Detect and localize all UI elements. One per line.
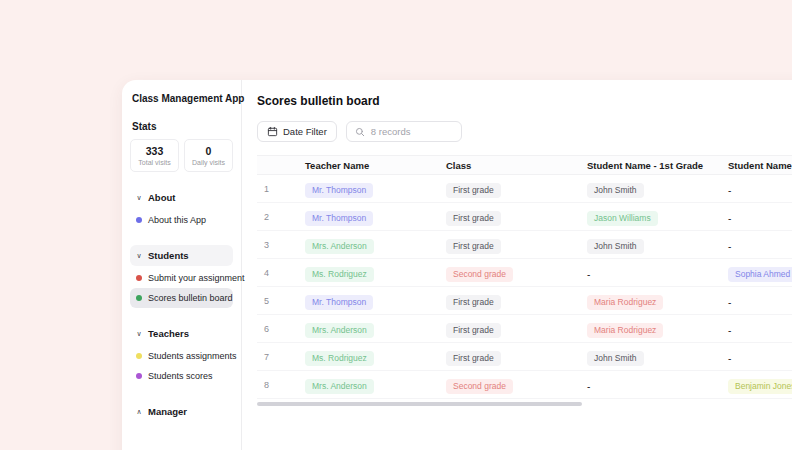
table-row[interactable]: 2Mr. ThompsonFirst gradeJason Williams-	[257, 203, 792, 231]
table-row[interactable]: 6Mrs. AndersonFirst gradeMaria Rodriguez…	[257, 315, 792, 343]
cell-badge: Mrs. Anderson	[305, 379, 374, 394]
main-content: Scores bulletin board Date Filter 8 reco…	[242, 80, 792, 450]
sidebar-item-label: Students scores	[148, 371, 213, 381]
row-number: 5	[257, 296, 305, 306]
table-cell: Mr. Thompson	[305, 179, 446, 198]
row-number: 8	[257, 380, 305, 390]
sidebar-section-teachers: ∨TeachersStudents assignmentsStudents sc…	[130, 323, 233, 386]
cell-badge: Sophia Ahmed	[728, 267, 792, 282]
item-dot-icon	[136, 275, 142, 281]
sidebar-item-label: Submit your assignment	[148, 273, 245, 283]
sidebar-item[interactable]: Students scores	[130, 366, 233, 386]
cell-badge: John Smith	[587, 239, 644, 254]
cell-badge: Mr. Thompson	[305, 211, 373, 226]
stat-value: 0	[187, 145, 230, 157]
sidebar-item[interactable]: Submit your assignment	[130, 268, 233, 288]
column-header: Teacher Name	[305, 160, 446, 171]
stat-box: 0Daily visits	[184, 139, 233, 172]
table-cell: Sophia Ahmed	[728, 263, 792, 282]
table-row[interactable]: 8Mrs. AndersonSecond grade-Benjamin Jone…	[257, 371, 792, 399]
cell-badge: Mrs. Anderson	[305, 239, 374, 254]
search-icon	[355, 127, 365, 137]
sidebar-item[interactable]: Students assignments	[130, 346, 233, 366]
table-row[interactable]: 5Mr. ThompsonFirst gradeMaria Rodriguez-	[257, 287, 792, 315]
stats-row: 333Total visits0Daily visits	[130, 139, 233, 172]
cell-badge: First grade	[446, 295, 501, 310]
cell-text: -	[728, 185, 731, 196]
table-cell: Maria Rodriguez	[587, 291, 728, 310]
table-cell: Benjamin Jones	[728, 375, 792, 394]
table-cell: First grade	[446, 319, 587, 338]
table-cell: -	[728, 236, 792, 254]
cell-badge: Ms. Rodriguez	[305, 267, 374, 282]
table-cell: First grade	[446, 207, 587, 226]
cell-badge: Ms. Rodriguez	[305, 351, 374, 366]
cell-badge: First grade	[446, 211, 501, 226]
section-label: Students	[148, 250, 189, 261]
table-cell: John Smith	[587, 235, 728, 254]
item-dot-icon	[136, 373, 142, 379]
sidebar: Class Management App Stats 333Total visi…	[122, 80, 242, 450]
sidebar-item[interactable]: About this App	[130, 210, 233, 230]
cell-badge: First grade	[446, 183, 501, 198]
row-number: 3	[257, 240, 305, 250]
table-cell: -	[728, 208, 792, 226]
row-number: 7	[257, 352, 305, 362]
calendar-icon	[267, 126, 278, 137]
cell-badge: John Smith	[587, 351, 644, 366]
section-header-about[interactable]: ∨About	[130, 187, 233, 208]
desktop-background: { "theme": { "page_bg": "#fcf0ee", "card…	[0, 0, 792, 450]
cell-badge: First grade	[446, 351, 501, 366]
cell-badge: Mr. Thompson	[305, 295, 373, 310]
table-cell: Second grade	[446, 263, 587, 282]
sidebar-section-students: ∨StudentsSubmit your assignmentScores bu…	[130, 245, 233, 308]
table-cell: Maria Rodriguez	[587, 319, 728, 338]
table-cell: -	[728, 320, 792, 338]
table-row[interactable]: 3Mrs. AndersonFirst gradeJohn Smith-	[257, 231, 792, 259]
search-input[interactable]: 8 records	[346, 121, 462, 142]
date-filter-label: Date Filter	[283, 126, 327, 137]
search-placeholder: 8 records	[371, 126, 411, 137]
table-row[interactable]: 4Ms. RodriguezSecond grade-Sophia Ahmed	[257, 259, 792, 287]
cell-badge: Maria Rodriguez	[587, 295, 663, 310]
column-header: Student Name - 1st Grade	[587, 160, 728, 171]
toolbar: Date Filter 8 records	[257, 121, 792, 142]
cell-badge: Benjamin Jones	[728, 379, 792, 394]
table-cell: Mrs. Anderson	[305, 375, 446, 394]
table-cell: First grade	[446, 179, 587, 198]
section-header-manager[interactable]: ∧Manager	[130, 401, 233, 422]
table-cell: John Smith	[587, 179, 728, 198]
table-cell: Mrs. Anderson	[305, 319, 446, 338]
table-row[interactable]: 7Ms. RodriguezFirst gradeJohn Smith-	[257, 343, 792, 371]
item-dot-icon	[136, 295, 142, 301]
section-items: Submit your assignmentScores bulletin bo…	[130, 268, 233, 308]
cell-text: -	[728, 353, 731, 364]
scores-table: Teacher NameClassStudent Name - 1st Grad…	[257, 155, 792, 406]
stat-box: 333Total visits	[130, 139, 179, 172]
section-header-teachers[interactable]: ∨Teachers	[130, 323, 233, 344]
column-header: Student Name - 2nd Grade	[728, 160, 792, 171]
horizontal-scrollbar[interactable]	[257, 402, 582, 406]
stats-heading: Stats	[130, 121, 233, 132]
cell-badge: Second grade	[446, 379, 513, 394]
section-label: About	[148, 192, 175, 203]
sidebar-item[interactable]: Scores bulletin board	[130, 288, 233, 308]
date-filter-button[interactable]: Date Filter	[257, 121, 337, 142]
table-cell: First grade	[446, 347, 587, 366]
table-cell: Ms. Rodriguez	[305, 347, 446, 366]
table-cell: -	[728, 348, 792, 366]
section-header-students[interactable]: ∨Students	[130, 245, 233, 266]
table-row[interactable]: 1Mr. ThompsonFirst gradeJohn Smith-	[257, 175, 792, 203]
cell-text: -	[728, 241, 731, 252]
cell-text: -	[587, 269, 590, 280]
cell-text: -	[728, 213, 731, 224]
chevron-down-icon: ∨	[135, 194, 143, 201]
table-cell: Mrs. Anderson	[305, 235, 446, 254]
section-label: Manager	[148, 406, 187, 417]
section-items: About this App	[130, 210, 233, 230]
chevron-down-icon: ∨	[135, 252, 143, 259]
cell-badge: Mr. Thompson	[305, 183, 373, 198]
cell-badge: Mrs. Anderson	[305, 323, 374, 338]
stat-label: Daily visits	[187, 159, 230, 166]
row-number: 1	[257, 184, 305, 194]
